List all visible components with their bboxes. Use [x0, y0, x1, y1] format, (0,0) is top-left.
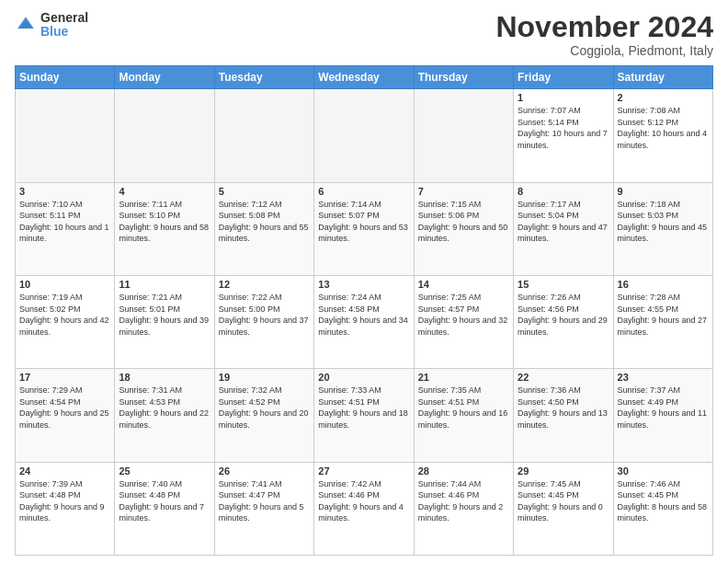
day-info: Sunrise: 7:45 AM Sunset: 4:45 PM Dayligh… [518, 478, 609, 524]
day-info: Sunrise: 7:36 AM Sunset: 4:50 PM Dayligh… [518, 385, 609, 431]
calendar-cell: 8Sunrise: 7:17 AM Sunset: 5:04 PM Daylig… [514, 182, 613, 275]
day-number: 15 [518, 279, 609, 290]
day-info: Sunrise: 7:21 AM Sunset: 5:01 PM Dayligh… [119, 292, 210, 338]
calendar-cell [314, 89, 414, 182]
logo-icon [15, 14, 37, 36]
calendar-cell: 12Sunrise: 7:22 AM Sunset: 5:00 PM Dayli… [214, 275, 313, 368]
calendar-cell: 28Sunrise: 7:44 AM Sunset: 4:46 PM Dayli… [414, 462, 513, 555]
calendar-cell: 25Sunrise: 7:40 AM Sunset: 4:48 PM Dayli… [115, 462, 214, 555]
day-number: 13 [318, 279, 409, 290]
calendar-cell: 17Sunrise: 7:29 AM Sunset: 4:54 PM Dayli… [16, 369, 115, 462]
day-info: Sunrise: 7:31 AM Sunset: 4:53 PM Dayligh… [119, 385, 210, 431]
calendar-cell: 20Sunrise: 7:33 AM Sunset: 4:51 PM Dayli… [314, 369, 414, 462]
calendar-cell [414, 89, 513, 182]
day-header-monday: Monday [115, 66, 214, 89]
day-number: 3 [19, 186, 110, 197]
calendar-table: SundayMondayTuesdayWednesdayThursdayFrid… [15, 65, 713, 556]
calendar-cell: 29Sunrise: 7:45 AM Sunset: 4:45 PM Dayli… [514, 462, 613, 555]
day-number: 18 [119, 372, 210, 383]
day-info: Sunrise: 7:28 AM Sunset: 4:55 PM Dayligh… [618, 292, 709, 338]
day-info: Sunrise: 7:15 AM Sunset: 5:06 PM Dayligh… [418, 199, 509, 245]
logo-general: General [40, 11, 88, 25]
day-info: Sunrise: 7:17 AM Sunset: 5:04 PM Dayligh… [518, 199, 609, 245]
title-block: November 2024 Coggiola, Piedmont, Italy [495, 11, 713, 58]
calendar-cell [214, 89, 313, 182]
calendar-header-row: SundayMondayTuesdayWednesdayThursdayFrid… [16, 66, 713, 89]
day-number: 25 [119, 465, 210, 477]
day-info: Sunrise: 7:29 AM Sunset: 4:54 PM Dayligh… [19, 385, 110, 431]
calendar-cell: 2Sunrise: 7:08 AM Sunset: 5:12 PM Daylig… [613, 89, 712, 182]
calendar-cell: 4Sunrise: 7:11 AM Sunset: 5:10 PM Daylig… [115, 182, 214, 275]
calendar-cell: 26Sunrise: 7:41 AM Sunset: 4:47 PM Dayli… [214, 462, 313, 555]
day-info: Sunrise: 7:46 AM Sunset: 4:45 PM Dayligh… [618, 478, 709, 524]
day-info: Sunrise: 7:40 AM Sunset: 4:48 PM Dayligh… [119, 478, 210, 524]
day-header-friday: Friday [514, 66, 613, 89]
day-info: Sunrise: 7:12 AM Sunset: 5:08 PM Dayligh… [219, 199, 310, 245]
day-number: 8 [518, 186, 609, 197]
day-number: 14 [418, 279, 509, 290]
day-info: Sunrise: 7:26 AM Sunset: 4:56 PM Dayligh… [518, 292, 609, 338]
day-number: 27 [318, 465, 409, 477]
day-number: 2 [618, 92, 709, 103]
day-info: Sunrise: 7:41 AM Sunset: 4:47 PM Dayligh… [219, 478, 310, 524]
calendar-cell: 6Sunrise: 7:14 AM Sunset: 5:07 PM Daylig… [314, 182, 414, 275]
calendar-week-1: 1Sunrise: 7:07 AM Sunset: 5:14 PM Daylig… [16, 89, 713, 182]
calendar-cell: 15Sunrise: 7:26 AM Sunset: 4:56 PM Dayli… [514, 275, 613, 368]
calendar-cell: 7Sunrise: 7:15 AM Sunset: 5:06 PM Daylig… [414, 182, 513, 275]
calendar-cell: 24Sunrise: 7:39 AM Sunset: 4:48 PM Dayli… [16, 462, 115, 555]
calendar-cell: 13Sunrise: 7:24 AM Sunset: 4:58 PM Dayli… [314, 275, 414, 368]
day-number: 17 [19, 372, 110, 383]
day-number: 11 [119, 279, 210, 290]
day-number: 20 [318, 372, 409, 383]
day-info: Sunrise: 7:39 AM Sunset: 4:48 PM Dayligh… [19, 478, 110, 524]
calendar-week-2: 3Sunrise: 7:10 AM Sunset: 5:11 PM Daylig… [16, 182, 713, 275]
day-info: Sunrise: 7:19 AM Sunset: 5:02 PM Dayligh… [19, 292, 110, 338]
day-number: 29 [518, 465, 609, 477]
day-header-sunday: Sunday [16, 66, 115, 89]
header: General Blue November 2024 Coggiola, Pie… [15, 11, 713, 58]
day-info: Sunrise: 7:44 AM Sunset: 4:46 PM Dayligh… [418, 478, 509, 524]
day-header-thursday: Thursday [414, 66, 513, 89]
day-header-tuesday: Tuesday [214, 66, 313, 89]
day-info: Sunrise: 7:24 AM Sunset: 4:58 PM Dayligh… [318, 292, 409, 338]
main-title: November 2024 [495, 11, 713, 43]
day-number: 16 [618, 279, 709, 290]
logo-blue: Blue [40, 25, 88, 39]
calendar-cell: 14Sunrise: 7:25 AM Sunset: 4:57 PM Dayli… [414, 275, 513, 368]
calendar-cell: 23Sunrise: 7:37 AM Sunset: 4:49 PM Dayli… [613, 369, 712, 462]
day-number: 22 [518, 372, 609, 383]
day-info: Sunrise: 7:42 AM Sunset: 4:46 PM Dayligh… [318, 478, 409, 524]
calendar-cell [16, 89, 115, 182]
day-info: Sunrise: 7:10 AM Sunset: 5:11 PM Dayligh… [19, 199, 110, 245]
day-number: 9 [618, 186, 709, 197]
day-number: 26 [219, 465, 310, 477]
day-info: Sunrise: 7:33 AM Sunset: 4:51 PM Dayligh… [318, 385, 409, 431]
calendar-body: 1Sunrise: 7:07 AM Sunset: 5:14 PM Daylig… [16, 89, 713, 556]
day-number: 24 [19, 465, 110, 477]
day-info: Sunrise: 7:07 AM Sunset: 5:14 PM Dayligh… [518, 105, 609, 151]
day-header-wednesday: Wednesday [314, 66, 414, 89]
calendar-cell: 1Sunrise: 7:07 AM Sunset: 5:14 PM Daylig… [514, 89, 613, 182]
day-info: Sunrise: 7:22 AM Sunset: 5:00 PM Dayligh… [219, 292, 310, 338]
calendar-cell: 16Sunrise: 7:28 AM Sunset: 4:55 PM Dayli… [613, 275, 712, 368]
calendar-cell: 30Sunrise: 7:46 AM Sunset: 4:45 PM Dayli… [613, 462, 712, 555]
day-number: 10 [19, 279, 110, 290]
calendar-cell [115, 89, 214, 182]
logo-text: General Blue [40, 11, 88, 40]
day-number: 12 [219, 279, 310, 290]
day-info: Sunrise: 7:18 AM Sunset: 5:03 PM Dayligh… [618, 199, 709, 245]
calendar-week-5: 24Sunrise: 7:39 AM Sunset: 4:48 PM Dayli… [16, 462, 713, 555]
day-info: Sunrise: 7:32 AM Sunset: 4:52 PM Dayligh… [219, 385, 310, 431]
day-number: 30 [618, 465, 709, 477]
day-number: 5 [219, 186, 310, 197]
day-number: 23 [618, 372, 709, 383]
calendar-cell: 18Sunrise: 7:31 AM Sunset: 4:53 PM Dayli… [115, 369, 214, 462]
calendar-cell: 3Sunrise: 7:10 AM Sunset: 5:11 PM Daylig… [16, 182, 115, 275]
day-info: Sunrise: 7:25 AM Sunset: 4:57 PM Dayligh… [418, 292, 509, 338]
calendar-week-3: 10Sunrise: 7:19 AM Sunset: 5:02 PM Dayli… [16, 275, 713, 368]
day-number: 28 [418, 465, 509, 477]
calendar-cell: 11Sunrise: 7:21 AM Sunset: 5:01 PM Dayli… [115, 275, 214, 368]
calendar-cell: 5Sunrise: 7:12 AM Sunset: 5:08 PM Daylig… [214, 182, 313, 275]
calendar-cell: 9Sunrise: 7:18 AM Sunset: 5:03 PM Daylig… [613, 182, 712, 275]
calendar-cell: 27Sunrise: 7:42 AM Sunset: 4:46 PM Dayli… [314, 462, 414, 555]
